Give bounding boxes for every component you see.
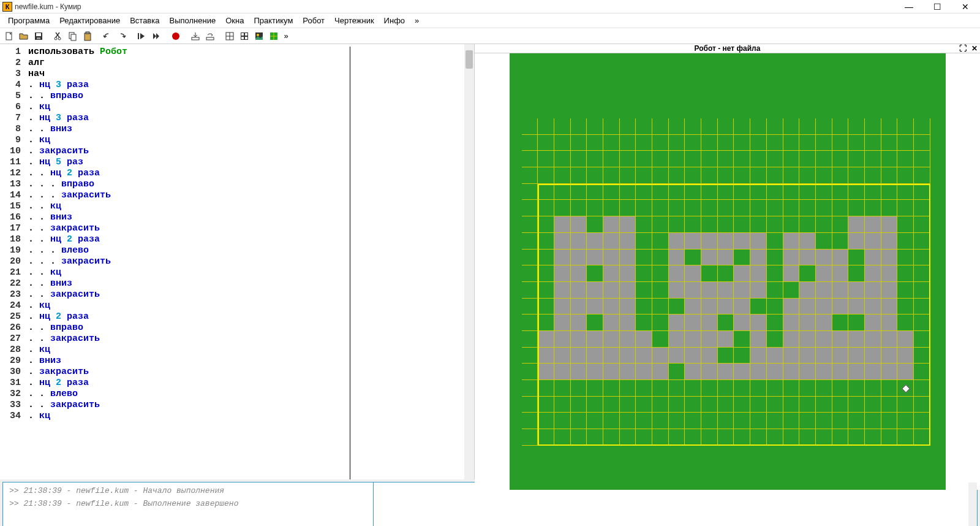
grid-cell [603,282,620,299]
open-file-button[interactable] [17,29,31,43]
menu-item[interactable]: Практикум [249,14,297,27]
step-over-button[interactable] [203,29,217,43]
grid-cell [554,216,571,233]
maximize-button[interactable]: ☐ [929,1,946,12]
grid-cell [571,184,587,200]
menu-item[interactable]: Инфо [380,14,409,27]
window-title: newfile.kum - Кумир [15,2,900,11]
menu-item[interactable]: Программа [4,14,54,27]
grid-cell [914,151,930,167]
grid-cell [636,216,652,233]
grid-cell [669,299,685,315]
grid-cell [750,331,767,348]
close-button[interactable]: ✕ [957,1,974,12]
save-file-button[interactable] [32,29,45,43]
grid-cell [587,250,603,266]
robot-panel-maximize[interactable]: ⛶ [959,44,967,53]
code-line: . . закрасить [28,223,350,234]
grid-cell [881,118,898,135]
grid-cell [832,380,849,397]
grid-cell [685,397,701,413]
grid-cell [783,167,800,184]
grid-cell [734,151,750,167]
menu-item[interactable]: Вставка [126,14,164,27]
grid-cell [914,233,930,250]
run-step-button[interactable] [135,29,148,43]
editor-scrollbar[interactable] [464,44,474,479]
menu-item[interactable]: Редактирование [55,14,124,27]
grid-cell [571,397,587,413]
grid-cell [718,429,734,446]
grid-cell [538,250,554,266]
grid-cell [881,299,898,315]
cut-button[interactable] [51,29,65,43]
grid1-button[interactable] [223,29,236,43]
grid-cell [816,184,832,200]
grid-cell [571,282,587,299]
grid-cell [522,167,538,184]
grid2-button[interactable] [238,29,251,43]
menu-item[interactable]: Выполнение [165,14,220,27]
grid-cell [685,348,701,364]
grid-cell [897,299,914,315]
grid-cell [587,314,603,331]
grid-cell [669,429,685,446]
redo-button[interactable] [115,29,129,43]
grid-cell [799,233,816,250]
grid-cell [799,250,816,266]
grid-cell [571,233,587,250]
toolbar-overflow[interactable]: » [282,29,290,43]
grid-cell [571,331,587,348]
grid-cell [538,200,554,216]
grid-cell [669,364,685,380]
grid-cell [914,429,930,446]
copy-button[interactable] [66,29,80,43]
grid-cell [603,233,620,250]
minimize-button[interactable]: — [900,1,918,12]
grid-cell [636,151,652,167]
grid-cell [750,299,767,315]
grid-cell [799,429,816,446]
image-view-button[interactable] [252,29,266,43]
new-file-button[interactable] [2,29,16,43]
menu-item[interactable]: Чертежник [330,14,379,27]
grid-cell [718,118,734,135]
grid-cell [571,167,587,184]
console-scrollbar[interactable] [968,482,977,526]
grid-cell [652,233,669,250]
grid-cell [881,314,898,331]
undo-button[interactable] [100,29,114,43]
grid-cell [522,151,538,167]
grid-cell [767,216,783,233]
grid-cell [832,200,849,216]
robot-panel-close[interactable]: ✕ [971,44,978,53]
grid-cell [897,429,914,446]
robot-field-button[interactable] [267,29,281,43]
grid-cell [865,282,881,299]
run-button[interactable] [149,29,163,43]
robot-pane: Робот - нет файла ⛶ ✕ [475,44,980,479]
grid-cell [603,348,620,364]
grid-cell [669,314,685,331]
grid-cell [914,348,930,364]
grid-cell [571,151,587,167]
grid-cell [718,331,734,348]
grid-cell [701,413,718,429]
robot-field[interactable] [510,53,946,490]
grid-cell [522,348,538,364]
step-into-button[interactable] [189,29,202,43]
console-right-pane[interactable] [374,482,977,526]
grid-cell [767,233,783,250]
menu-item[interactable]: Окна [221,14,248,27]
grid-cell [620,184,636,200]
menu-item[interactable]: Робот [298,14,329,27]
menu-item[interactable]: » [410,14,423,27]
grid-cell [816,331,832,348]
paste-button[interactable] [81,29,94,43]
stop-button[interactable] [169,29,183,43]
code-line: . . . закрасить [28,256,350,267]
code-editor[interactable]: использовать Роботалгнач. нц 3 раза. . в… [26,44,464,479]
grid-cell [734,118,750,135]
grid-cell [832,151,849,167]
grid-cell [865,216,881,233]
